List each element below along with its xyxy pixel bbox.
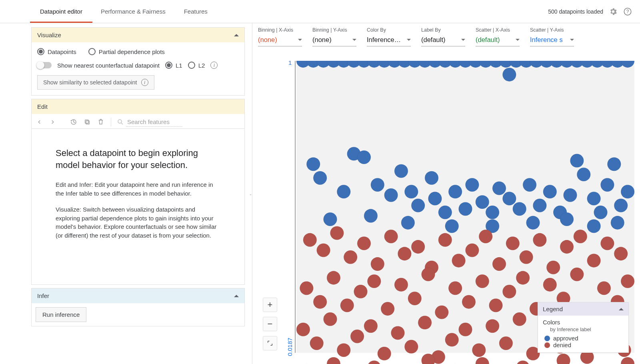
- datapoint[interactable]: [472, 343, 486, 357]
- datapoint[interactable]: [408, 292, 422, 305]
- datapoint[interactable]: [404, 185, 418, 198]
- visualize-panel-header[interactable]: Visualize: [32, 28, 244, 42]
- datapoint[interactable]: [364, 319, 378, 333]
- datapoint[interactable]: [570, 154, 584, 168]
- datapoint[interactable]: [344, 250, 357, 264]
- datapoint[interactable]: [428, 192, 442, 206]
- datapoint[interactable]: [476, 195, 489, 209]
- datapoint[interactable]: [411, 240, 425, 254]
- datapoint[interactable]: [516, 361, 530, 364]
- datapoint[interactable]: [445, 333, 459, 347]
- datapoint[interactable]: [306, 157, 320, 171]
- datapoint[interactable]: [435, 306, 448, 319]
- datapoint[interactable]: [300, 281, 313, 295]
- datapoint[interactable]: [587, 254, 601, 268]
- datapoint[interactable]: [621, 357, 634, 364]
- datapoint[interactable]: [367, 361, 381, 364]
- edit-panel-header[interactable]: Edit: [32, 99, 244, 114]
- datapoint[interactable]: [574, 230, 587, 243]
- zoom-reset-button[interactable]: [263, 336, 277, 350]
- datapoint[interactable]: [371, 257, 384, 271]
- datapoint[interactable]: [560, 212, 574, 226]
- datapoint[interactable]: [459, 202, 472, 216]
- datapoint[interactable]: [533, 199, 547, 212]
- radio-l2[interactable]: L2: [188, 62, 205, 69]
- datapoint[interactable]: [587, 219, 601, 233]
- datapoint[interactable]: [513, 312, 526, 326]
- datapoint[interactable]: [381, 302, 394, 316]
- datapoint[interactable]: [404, 340, 418, 354]
- datapoint[interactable]: [367, 274, 381, 288]
- tab-performance-fairness[interactable]: Performance & Fairness: [101, 0, 166, 23]
- tab-datapoint-editor[interactable]: Datapoint editor: [40, 0, 82, 23]
- datapoint[interactable]: [438, 206, 452, 219]
- datapoint[interactable]: [462, 295, 476, 309]
- datapoint[interactable]: [327, 271, 340, 285]
- datapoint[interactable]: [607, 157, 621, 171]
- datapoint[interactable]: [459, 323, 472, 336]
- datapoint[interactable]: [357, 236, 371, 250]
- similarity-button[interactable]: Show similarity to selected datapoint i: [37, 75, 154, 90]
- pane-splitter[interactable]: [249, 23, 252, 364]
- sc-select[interactable]: (default): [476, 34, 520, 46]
- datapoint[interactable]: [445, 219, 459, 233]
- datapoint[interactable]: [476, 274, 489, 288]
- datapoint[interactable]: [401, 216, 415, 230]
- datapoint[interactable]: [577, 168, 590, 181]
- datapoint[interactable]: [520, 250, 533, 264]
- datapoint[interactable]: [364, 209, 378, 223]
- sc-select[interactable]: Inference s: [530, 34, 574, 46]
- datapoint[interactable]: [486, 206, 499, 219]
- datapoint[interactable]: [543, 185, 557, 198]
- datapoint[interactable]: [324, 212, 337, 226]
- legend-header[interactable]: Legend: [538, 302, 628, 316]
- tab-features[interactable]: Features: [184, 0, 208, 23]
- gear-icon[interactable]: [609, 7, 618, 16]
- search-features[interactable]: [117, 117, 182, 127]
- datapoint[interactable]: [502, 68, 516, 82]
- next-icon[interactable]: [48, 118, 57, 126]
- datapoint[interactable]: [486, 319, 499, 333]
- datapoint[interactable]: [337, 343, 350, 357]
- datapoint[interactable]: [384, 230, 398, 243]
- datapoint[interactable]: [398, 247, 412, 260]
- datapoint[interactable]: [621, 185, 634, 198]
- datapoint[interactable]: [303, 233, 317, 247]
- datapoint[interactable]: [499, 336, 513, 350]
- sc-select[interactable]: (default): [421, 34, 465, 46]
- prev-icon[interactable]: [35, 118, 44, 126]
- datapoint[interactable]: [466, 244, 479, 257]
- duplicate-icon[interactable]: [83, 118, 92, 126]
- datapoint[interactable]: [354, 285, 368, 298]
- datapoint[interactable]: [601, 178, 614, 192]
- datapoint[interactable]: [411, 199, 425, 212]
- datapoint[interactable]: [564, 188, 577, 202]
- show-cf-toggle[interactable]: [37, 62, 52, 68]
- search-input[interactable]: [126, 117, 182, 127]
- datapoint[interactable]: [310, 336, 324, 350]
- datapoint[interactable]: [394, 164, 408, 178]
- datapoint[interactable]: [533, 233, 547, 247]
- datapoint[interactable]: [327, 357, 340, 364]
- datapoint[interactable]: [425, 171, 438, 185]
- info-icon[interactable]: i: [210, 62, 218, 69]
- history-icon[interactable]: [69, 118, 78, 126]
- radio-l1[interactable]: L1: [165, 62, 182, 69]
- datapoint[interactable]: [384, 188, 398, 202]
- delete-icon[interactable]: [96, 118, 105, 126]
- zoom-out-button[interactable]: −: [263, 317, 277, 331]
- datapoint[interactable]: [330, 226, 344, 240]
- datapoint[interactable]: [526, 216, 540, 230]
- datapoint[interactable]: [448, 185, 462, 198]
- datapoint[interactable]: [506, 236, 520, 250]
- datapoint[interactable]: [438, 233, 452, 247]
- datapoint[interactable]: [476, 357, 489, 364]
- datapoint[interactable]: [340, 298, 354, 312]
- datapoint[interactable]: [587, 192, 601, 206]
- datapoint[interactable]: [594, 206, 608, 219]
- datapoint[interactable]: [502, 285, 516, 298]
- datapoint[interactable]: [313, 171, 327, 185]
- datapoint[interactable]: [543, 278, 557, 292]
- datapoint[interactable]: [479, 230, 492, 243]
- datapoint[interactable]: [357, 150, 371, 164]
